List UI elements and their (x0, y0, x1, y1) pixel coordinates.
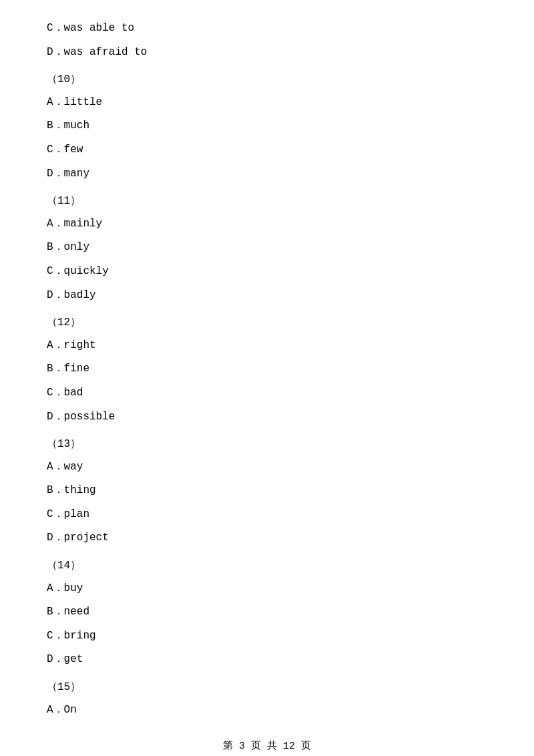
option-item: A．mainly (47, 216, 487, 233)
question-number: （13） (47, 436, 487, 453)
page-footer: 第 3 页 共 12 页 (0, 739, 534, 752)
option-item: D．many (47, 166, 487, 183)
option-item: D．get (47, 651, 487, 669)
option-item: D．project (47, 530, 487, 547)
question-number: （11） (47, 193, 487, 210)
option-item: C．few (47, 142, 487, 159)
option-item: C．bad (47, 385, 487, 402)
option-item: B．fine (47, 361, 487, 378)
option-item: B．much (47, 118, 487, 135)
option-item: A．buy (47, 580, 487, 598)
option-item: C．plan (47, 506, 487, 524)
option-item: A．On (47, 702, 487, 719)
question-number: （10） (47, 71, 487, 89)
option-item: D．possible (47, 409, 487, 426)
option-item: D．badly (47, 287, 487, 305)
option-item: D．was afraid to (47, 44, 487, 61)
option-item: A．way (47, 459, 487, 476)
main-content: C．was able toD．was afraid to（10）A．little… (0, 0, 534, 756)
option-item: C．quickly (47, 263, 487, 280)
option-item: B．thing (47, 482, 487, 500)
question-number: （12） (47, 315, 487, 332)
option-item: A．little (47, 94, 487, 112)
question-number: （14） (47, 558, 487, 575)
option-item: B．only (47, 239, 487, 256)
question-number: （15） (47, 679, 487, 697)
option-item: C．was able to (47, 20, 487, 37)
option-item: A．right (47, 337, 487, 355)
option-item: C．bring (47, 628, 487, 645)
option-item: B．need (47, 604, 487, 621)
